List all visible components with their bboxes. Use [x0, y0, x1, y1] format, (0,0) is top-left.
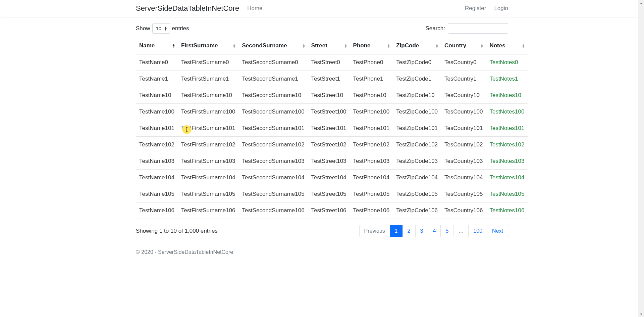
table-cell-notes: TestNotes10	[486, 87, 528, 104]
pagination: Previous12345…100Next	[359, 225, 508, 237]
table-cell: TestPhone104	[350, 170, 393, 186]
page-1[interactable]: 1	[390, 225, 403, 237]
table-cell: TestSecondSurname0	[238, 54, 308, 71]
column-header-secondsurname[interactable]: SecondSurname▴▾	[238, 38, 308, 54]
notes-link[interactable]: TestNotes10	[489, 92, 521, 98]
notes-link[interactable]: TestNotes106	[489, 207, 524, 214]
table-row: TestName101TestFirstSurname101TestSecond…	[136, 120, 528, 137]
sort-icon: ▴▾	[173, 43, 174, 48]
table-cell: TestSecondSurname102	[238, 137, 308, 153]
notes-link[interactable]: TestNotes105	[489, 191, 524, 197]
column-header-notes[interactable]: Notes▴▾	[486, 38, 528, 54]
page-5[interactable]: 5	[440, 225, 453, 237]
column-header-name[interactable]: Name▴▾	[136, 38, 178, 54]
brand-link[interactable]: ServerSideDataTableInNetCore	[136, 4, 239, 13]
nav-login[interactable]: Login	[494, 5, 508, 12]
table-cell: TesCountry10	[441, 87, 486, 104]
table-cell: TestStreet106	[308, 202, 350, 219]
column-header-phone[interactable]: Phone▴▾	[350, 38, 393, 54]
table-cell: TestFirstSurname101	[178, 120, 239, 137]
table-cell: TestSecondSurname100	[238, 104, 308, 120]
entries-label: entries	[172, 25, 189, 32]
page-next[interactable]: Next	[487, 225, 508, 237]
table-cell: TestZipCode101	[393, 120, 441, 137]
table-cell: TestZipCode100	[393, 104, 441, 120]
notes-link[interactable]: TestNotes104	[489, 174, 524, 181]
table-cell: TestName103	[136, 153, 178, 170]
table-cell: TestStreet105	[308, 186, 350, 202]
table-cell: TestSecondSurname1	[238, 71, 308, 87]
page-4[interactable]: 4	[428, 225, 441, 237]
notes-link[interactable]: TestNotes103	[489, 158, 524, 164]
page-3[interactable]: 3	[415, 225, 428, 237]
table-cell: TestStreet100	[308, 104, 350, 120]
table-cell: TesCountry102	[441, 137, 486, 153]
table-cell: TestStreet103	[308, 153, 350, 170]
table-cell-notes: TestNotes101	[486, 120, 528, 137]
nav-home[interactable]: Home	[247, 5, 262, 12]
table-cell: TestPhone10	[350, 87, 393, 104]
table-cell: TestPhone105	[350, 186, 393, 202]
table-cell: TestPhone101	[350, 120, 393, 137]
table-row: TestName10TestFirstSurname10TestSecondSu…	[136, 87, 528, 104]
table-cell: TesCountry104	[441, 170, 486, 186]
table-row: TestName0TestFirstSurname0TestSecondSurn…	[136, 54, 528, 71]
main-content: Show 10 ▲▼ entries Search: Name▴▾FirstSu…	[131, 23, 513, 258]
table-cell: TestStreet101	[308, 120, 350, 137]
table-cell: TestName1	[136, 71, 178, 87]
data-table: Name▴▾FirstSurname▴▾SecondSurname▴▾Stree…	[136, 38, 528, 219]
table-info: Showing 1 to 10 of 1,000 entries	[136, 228, 218, 234]
notes-link[interactable]: TestNotes0	[489, 59, 518, 65]
table-cell: TestFirstSurname10	[178, 87, 239, 104]
nav-register[interactable]: Register	[465, 5, 486, 12]
scroll-up-icon[interactable]: ▲	[638, 0, 644, 6]
table-cell: TestName100	[136, 104, 178, 120]
table-cell: TestName105	[136, 186, 178, 202]
notes-link[interactable]: TestNotes101	[489, 125, 524, 131]
table-cell: TestStreet10	[308, 87, 350, 104]
table-cell: TestZipCode105	[393, 186, 441, 202]
table-cell: TestPhone102	[350, 137, 393, 153]
column-header-street[interactable]: Street▴▾	[308, 38, 350, 54]
table-cell: TestZipCode106	[393, 202, 441, 219]
table-cell-notes: TestNotes105	[486, 186, 528, 202]
length-select[interactable]: 10	[152, 23, 170, 34]
table-cell: TestZipCode10	[393, 87, 441, 104]
column-header-country[interactable]: Country▴▾	[441, 38, 486, 54]
table-cell: TesCountry105	[441, 186, 486, 202]
show-label: Show	[136, 25, 150, 32]
table-cell: TestName0	[136, 54, 178, 71]
search-control: Search:	[425, 23, 508, 34]
search-input[interactable]	[448, 23, 508, 34]
table-cell: TestFirstSurname103	[178, 153, 239, 170]
column-header-firstsurname[interactable]: FirstSurname▴▾	[178, 38, 239, 54]
table-cell: TestStreet0	[308, 54, 350, 71]
table-cell: TestSecondSurname103	[238, 153, 308, 170]
table-cell: TestPhone100	[350, 104, 393, 120]
page-2[interactable]: 2	[402, 225, 416, 237]
column-header-zipcode[interactable]: ZipCode▴▾	[393, 38, 441, 54]
notes-link[interactable]: TestNotes102	[489, 141, 524, 148]
page-previous: Previous	[359, 225, 390, 237]
sort-icon: ▴▾	[345, 43, 346, 48]
table-cell: TestFirstSurname106	[178, 202, 239, 219]
table-cell: TestStreet102	[308, 137, 350, 153]
table-cell: TestStreet104	[308, 170, 350, 186]
notes-link[interactable]: TestNotes1	[489, 76, 518, 82]
table-cell: TestPhone1	[350, 71, 393, 87]
table-cell: TestStreet1	[308, 71, 350, 87]
table-cell: TestFirstSurname104	[178, 170, 239, 186]
table-cell: TestSecondSurname106	[238, 202, 308, 219]
table-cell-notes: TestNotes100	[486, 104, 528, 120]
table-cell-notes: TestNotes1	[486, 71, 528, 87]
table-cell: TestPhone106	[350, 202, 393, 219]
sort-icon: ▴▾	[388, 43, 389, 48]
sort-icon: ▴▾	[303, 43, 305, 48]
table-cell: TestZipCode102	[393, 137, 441, 153]
notes-link[interactable]: TestNotes100	[489, 108, 524, 115]
table-cell: TestName101	[136, 120, 178, 137]
page-100[interactable]: 100	[468, 225, 487, 237]
table-row: TestName104TestFirstSurname104TestSecond…	[136, 170, 528, 186]
sort-icon: ▴▾	[481, 43, 483, 48]
scrollbar[interactable]: ▲ ▼	[638, 0, 644, 258]
